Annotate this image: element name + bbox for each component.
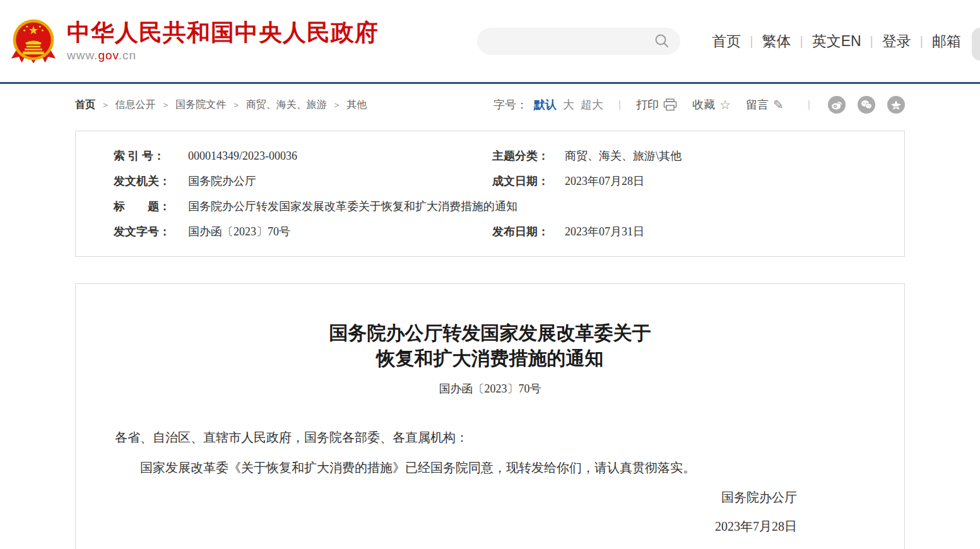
toolbar: 首页 > 信息公开 > 国务院文件 > 商贸、海关、旅游 > 其他 字号： 默认… <box>75 93 905 117</box>
comment-button[interactable]: 留言 ✎ <box>746 97 784 112</box>
print-button[interactable]: 打印 <box>636 97 677 112</box>
meta-issuer-value: 国务院办公厅 <box>188 168 492 194</box>
share-icons <box>828 96 905 114</box>
pencil-icon: ✎ <box>773 98 784 111</box>
font-size-label: 字号： <box>493 97 528 112</box>
printer-icon <box>663 98 677 111</box>
font-size-large-button[interactable]: 大 <box>563 97 574 112</box>
signature-block: 国务院办公厅 2023年7月28日 <box>76 489 904 535</box>
breadcrumb-other[interactable]: 其他 <box>346 98 367 112</box>
nav-english[interactable]: 英文EN <box>803 32 870 51</box>
top-nav: 首页| 繁体| 英文EN| 登录| 邮箱 <box>703 32 970 51</box>
meta-issuer-label: 发文机关： <box>114 168 188 194</box>
meta-topic-label: 主题分类： <box>492 143 565 168</box>
breadcrumb-commerce-customs-tourism[interactable]: 商贸、海关、旅游 <box>246 98 327 112</box>
site-logo[interactable]: 中华人民共和国中央人民政府 www.gov.cn <box>10 18 379 64</box>
site-title: 中华人民共和国中央人民政府 <box>67 20 379 47</box>
search-icon[interactable] <box>654 33 670 49</box>
breadcrumb: 首页 > 信息公开 > 国务院文件 > 商贸、海关、旅游 > 其他 <box>75 98 367 112</box>
body-paragraph: 国家发展改革委《关于恢复和扩大消费的措施》已经国务院同意，现转发给你们，请认真贯… <box>115 459 797 476</box>
meta-index-label: 索 引 号： <box>114 143 188 168</box>
meta-title-label: 标 题： <box>114 194 188 219</box>
national-emblem-icon <box>10 18 57 64</box>
document-content: 国务院办公厅转发国家发展改革委关于 恢复和扩大消费措施的通知 国办函〔2023〕… <box>75 283 905 549</box>
breadcrumb-home[interactable]: 首页 <box>75 98 95 112</box>
meta-doc-no-label: 发文字号： <box>114 219 188 244</box>
chevron-right-icon: > <box>163 100 168 110</box>
font-size-xlarge-button[interactable]: 超大 <box>581 97 603 112</box>
nav-home[interactable]: 首页 <box>703 32 750 51</box>
meta-written-date-value: 2023年07月28日 <box>565 168 885 194</box>
meta-doc-no-value: 国办函〔2023〕70号 <box>188 219 492 244</box>
meta-written-date-label: 成文日期： <box>492 168 565 194</box>
breadcrumb-state-council-docs[interactable]: 国务院文件 <box>175 98 226 112</box>
signer: 国务院办公厅 <box>76 489 797 506</box>
weibo-icon[interactable] <box>828 96 846 114</box>
chevron-right-icon: > <box>103 100 108 110</box>
favorite-button[interactable]: 收藏 ☆ <box>692 97 731 112</box>
document-meta-table: 索 引 号： 000014349/2023-00036 主题分类： 商贸、海关、… <box>75 131 905 257</box>
font-size-default-button[interactable]: 默认 <box>534 97 557 112</box>
floating-edge-widget[interactable] <box>972 28 980 61</box>
meta-topic-value: 商贸、海关、旅游\其他 <box>565 143 885 168</box>
chevron-right-icon: > <box>233 100 239 110</box>
site-header: 中华人民共和国中央人民政府 www.gov.cn 首页| 繁体| 英文EN| 登… <box>0 0 980 84</box>
document-title: 国务院办公厅转发国家发展改革委关于 恢复和扩大消费措施的通知 <box>76 321 904 371</box>
meta-pub-date-value: 2023年07月31日 <box>565 219 885 244</box>
search-input[interactable] <box>487 35 654 47</box>
meta-pub-date-label: 发布日期： <box>492 219 565 244</box>
star-icon: ☆ <box>719 98 731 111</box>
sign-date: 2023年7月28日 <box>76 518 797 535</box>
wechat-icon[interactable] <box>858 96 875 114</box>
search-box[interactable] <box>477 28 680 55</box>
nav-traditional[interactable]: 繁体 <box>753 32 800 51</box>
breadcrumb-info-disclosure[interactable]: 信息公开 <box>115 98 156 112</box>
nav-login[interactable]: 登录 <box>873 32 920 51</box>
qzone-icon[interactable] <box>887 96 905 114</box>
salutation: 各省、自治区、直辖市人民政府，国务院各部委、各直属机构： <box>115 429 797 446</box>
chevron-right-icon: > <box>334 100 339 110</box>
document-number: 国办函〔2023〕70号 <box>76 381 904 396</box>
page-controls: 字号： 默认 大 超大 | 打印 收藏 ☆ 留言 ✎ | <box>493 97 819 112</box>
site-url: www.gov.cn <box>67 49 379 62</box>
meta-title-value: 国务院办公厅转发国家发展改革委关于恢复和扩大消费措施的通知 <box>188 194 885 219</box>
nav-mail[interactable]: 邮箱 <box>923 32 970 51</box>
meta-index-value: 000014349/2023-00036 <box>188 143 492 168</box>
